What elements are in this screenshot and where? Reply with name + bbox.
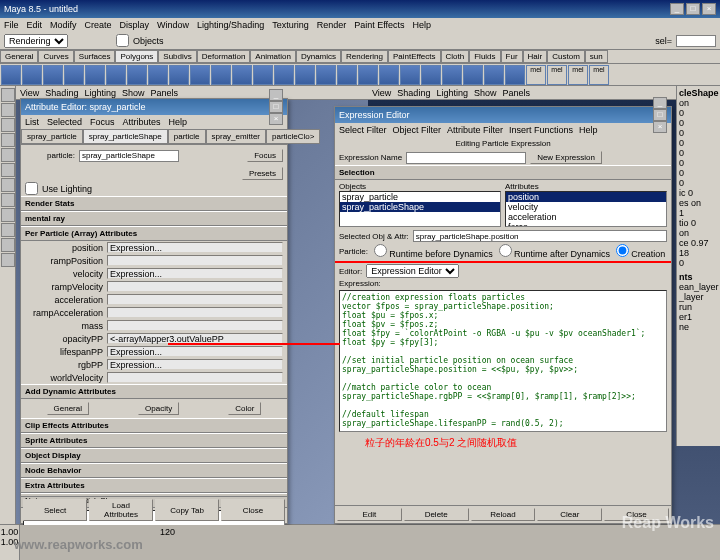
channel-row[interactable]: 0	[679, 168, 718, 178]
menu-item[interactable]: Modify	[50, 20, 77, 30]
channel-row[interactable]: ean_layer	[679, 282, 718, 292]
mel-icon[interactable]: mel	[568, 65, 588, 85]
channel-row[interactable]: on	[679, 98, 718, 108]
section-render-stats[interactable]: Render Stats	[21, 196, 287, 211]
shelf-tab[interactable]: Rendering	[341, 50, 388, 63]
tool[interactable]	[1, 253, 15, 267]
vp-menu[interactable]: Panels	[150, 88, 178, 98]
menu-item[interactable]: File	[4, 20, 19, 30]
shelf-icon[interactable]	[400, 65, 420, 85]
color-button[interactable]: Color	[228, 402, 261, 415]
select-tool[interactable]	[1, 88, 15, 102]
objects-list[interactable]: spray_particle spray_particleShape	[339, 191, 501, 227]
tool[interactable]	[1, 223, 15, 237]
scale-tool[interactable]	[1, 148, 15, 162]
channel-row[interactable]: 0	[679, 178, 718, 188]
ee-menu[interactable]: Select Filter	[339, 125, 387, 135]
channel-row[interactable]: 0	[679, 258, 718, 268]
ae-tab[interactable]: spray_particleShape	[83, 129, 168, 144]
tool[interactable]	[1, 178, 15, 192]
channel-row[interactable]: 0	[679, 108, 718, 118]
shelf-tab[interactable]: Custom	[547, 50, 585, 63]
use-lighting-checkbox[interactable]	[25, 182, 38, 195]
vp-menu[interactable]: Shading	[397, 88, 430, 98]
rotate-tool[interactable]	[1, 133, 15, 147]
attr-value[interactable]: Expression...	[107, 359, 283, 370]
attr-value[interactable]	[107, 294, 283, 305]
section-sprite[interactable]: Sprite Attributes	[21, 433, 287, 448]
shelf-icon[interactable]	[421, 65, 441, 85]
editor-dropdown[interactable]: Expression Editor	[366, 264, 459, 278]
menu-item[interactable]: Lighting/Shading	[197, 20, 264, 30]
particle-name-input[interactable]	[79, 150, 179, 162]
lasso-tool[interactable]	[1, 103, 15, 117]
close-icon[interactable]: ×	[269, 113, 283, 125]
section-node-behavior[interactable]: Node Behavior	[21, 463, 287, 478]
list-item[interactable]: acceleration	[506, 212, 666, 222]
section-clip-fx[interactable]: Clip Effects Attributes	[21, 418, 287, 433]
focus-button[interactable]: Focus	[247, 149, 283, 162]
shelf-icon[interactable]	[358, 65, 378, 85]
channel-row[interactable]: ic 0	[679, 188, 718, 198]
ae-menu[interactable]: Selected	[47, 117, 82, 127]
selobj-input[interactable]	[413, 230, 667, 242]
mel-icon[interactable]: mel	[526, 65, 546, 85]
shelf-tab[interactable]: PaintEffects	[388, 50, 441, 63]
opacity-button[interactable]: Opacity	[138, 402, 179, 415]
ae-tab[interactable]: spray_emitter	[206, 129, 266, 144]
close-ae-button[interactable]: Close	[221, 499, 285, 521]
menu-item[interactable]: Help	[413, 20, 432, 30]
shelf-tab[interactable]: Deformation	[197, 50, 251, 63]
shelf-icon[interactable]	[169, 65, 189, 85]
tool[interactable]	[1, 208, 15, 222]
shelf-icon[interactable]	[274, 65, 294, 85]
list-item[interactable]: force	[506, 222, 666, 227]
section-add-dynamic[interactable]: Add Dynamic Attributes	[21, 384, 287, 399]
shelf-icon[interactable]	[190, 65, 210, 85]
section-extra[interactable]: Extra Attributes	[21, 478, 287, 493]
attr-value[interactable]: Expression...	[107, 242, 283, 253]
delete-button[interactable]: Delete	[404, 508, 469, 521]
tool[interactable]	[1, 238, 15, 252]
shelf-icon[interactable]	[43, 65, 63, 85]
vp-menu[interactable]: Panels	[502, 88, 530, 98]
shelf-icon[interactable]	[232, 65, 252, 85]
attr-value[interactable]	[107, 281, 283, 292]
vp-menu[interactable]: View	[372, 88, 391, 98]
shelf-tab[interactable]: Cloth	[441, 50, 470, 63]
shelf-icon[interactable]	[505, 65, 525, 85]
shelf-icon[interactable]	[85, 65, 105, 85]
channel-row[interactable]: 0	[679, 148, 718, 158]
ae-tab[interactable]: particle	[168, 129, 206, 144]
shelf-icon[interactable]	[148, 65, 168, 85]
radio-runtime-before[interactable]: Runtime before Dynamics	[374, 244, 493, 259]
attributes-list[interactable]: position velocity acceleration force inp…	[505, 191, 667, 227]
general-button[interactable]: General	[47, 402, 89, 415]
list-item[interactable]: velocity	[506, 202, 666, 212]
maximize-icon[interactable]: □	[269, 101, 283, 113]
section-obj-display[interactable]: Object Display	[21, 448, 287, 463]
channel-row[interactable]: tio 0	[679, 218, 718, 228]
minimize-button[interactable]: _	[670, 3, 684, 15]
channel-row[interactable]: 18	[679, 248, 718, 258]
mel-icon[interactable]: mel	[589, 65, 609, 85]
shelf-icon[interactable]	[295, 65, 315, 85]
ee-menu[interactable]: Attribute Filter	[447, 125, 503, 135]
channel-row[interactable]: 0	[679, 158, 718, 168]
ee-menu[interactable]: Help	[579, 125, 598, 135]
presets-button[interactable]: Presets	[242, 167, 283, 180]
shelf-icon[interactable]	[253, 65, 273, 85]
shelf-icon[interactable]	[211, 65, 231, 85]
channel-row[interactable]: 1	[679, 208, 718, 218]
channel-row[interactable]: er1	[679, 312, 718, 322]
shelf-tab[interactable]: Subdivs	[158, 50, 196, 63]
copy-tab-button[interactable]: Copy Tab	[155, 499, 219, 521]
attr-value[interactable]: Expression...	[107, 346, 283, 357]
shelf-icon[interactable]	[1, 65, 21, 85]
ee-menu[interactable]: Insert Functions	[509, 125, 573, 135]
exprname-input[interactable]	[406, 152, 526, 164]
list-item[interactable]: spray_particleShape	[340, 202, 500, 212]
channel-row[interactable]: ce 0.97	[679, 238, 718, 248]
shelf-icon[interactable]	[316, 65, 336, 85]
channel-row[interactable]: 0	[679, 138, 718, 148]
